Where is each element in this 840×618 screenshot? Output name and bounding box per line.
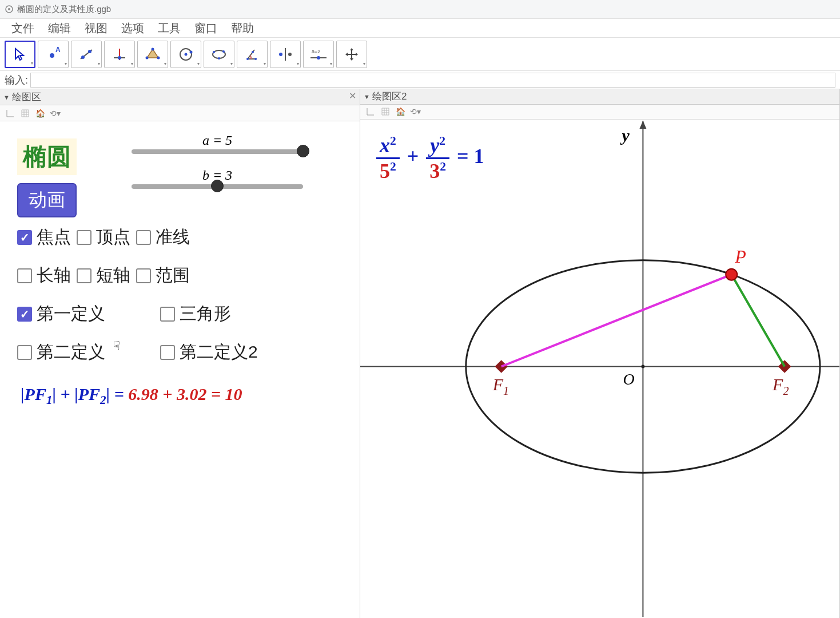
app-icon: [5, 5, 14, 14]
svg-point-16: [190, 50, 193, 53]
slider-b-thumb[interactable]: [211, 180, 224, 192]
svg-point-26: [288, 53, 292, 56]
grid-icon[interactable]: [380, 106, 391, 117]
svg-point-12: [157, 56, 160, 59]
panel-graphics-body[interactable]: 椭圆 动画 a = 5 b = 3 焦点 顶点 准线: [0, 121, 360, 618]
panel-graphics2-body[interactable]: x252 + y232 = 1: [360, 120, 839, 618]
slider-a-thumb[interactable]: [297, 145, 309, 157]
label-y: y: [620, 126, 630, 145]
svg-point-11: [152, 47, 154, 50]
panel-graphics2-title: 绘图区2: [372, 90, 407, 103]
checkbox-directrix[interactable]: 准线: [136, 225, 190, 249]
svg-point-13: [146, 56, 149, 59]
tool-polygon[interactable]: ▾: [137, 41, 168, 68]
check-icon: [17, 307, 32, 322]
panel-graphics2-subtools: 🏠 ⟲▾: [360, 105, 839, 120]
eq-text: | + |PF: [52, 385, 100, 403]
checkbox-def2[interactable]: 第二定义: [17, 340, 132, 364]
ellipse-plot[interactable]: y O F1 F2 P: [360, 120, 839, 618]
panel-graphics-title: 绘图区: [12, 90, 41, 104]
tool-circle[interactable]: ▾: [170, 41, 201, 68]
eq-sum: 10: [225, 385, 242, 403]
tool-perpendicular[interactable]: ▾: [104, 41, 135, 68]
panel-graphics-subtools: 🏠 ⟲▾: [0, 105, 360, 121]
collapse-icon[interactable]: ▼: [364, 93, 370, 100]
svg-point-20: [218, 57, 220, 60]
axes-icon[interactable]: [365, 106, 376, 117]
home-icon[interactable]: 🏠: [395, 106, 406, 117]
tool-move[interactable]: ▾: [5, 41, 35, 68]
checkbox-def2b[interactable]: 第二定义2: [160, 340, 258, 364]
svg-point-1: [8, 8, 10, 10]
segment-pf2: [731, 275, 785, 367]
slider-a-label: a = 5: [132, 133, 303, 148]
animate-button[interactable]: 动画: [17, 183, 77, 217]
slider-a-track[interactable]: [132, 149, 303, 154]
den-b: 3: [429, 160, 440, 183]
checkbox-major-axis[interactable]: 长轴: [17, 264, 71, 287]
tool-line[interactable]: ▾: [71, 41, 102, 68]
workspace: ▼ 绘图区 ✕ 🏠 ⟲▾ 椭圆 动画 a = 5 b = 3: [0, 89, 840, 618]
eq-d2: 3.02: [177, 385, 207, 403]
svg-point-6: [88, 50, 91, 53]
point-p[interactable]: [726, 269, 737, 280]
checkbox-range[interactable]: 范围: [136, 264, 190, 287]
check-icon: [17, 268, 32, 283]
exp: 2: [390, 160, 396, 173]
menu-options[interactable]: 选项: [114, 21, 151, 36]
origin: [641, 365, 644, 369]
checkbox-def1[interactable]: 第一定义: [17, 302, 132, 326]
check-icon: [136, 230, 151, 245]
panel-graphics2: ▼ 绘图区2 🏠 ⟲▾ x252 + y232 = 1: [360, 89, 840, 618]
slider-b[interactable]: b = 3: [132, 168, 303, 189]
tool-reflect[interactable]: ▾: [270, 41, 301, 68]
checkbox-label: 顶点: [96, 225, 130, 249]
svg-point-15: [185, 53, 188, 56]
menu-help[interactable]: 帮助: [224, 21, 261, 36]
var-y: y: [430, 134, 439, 157]
axes-icon[interactable]: [5, 108, 16, 119]
tool-move-view[interactable]: ▾: [336, 41, 367, 68]
slider-a[interactable]: a = 5: [132, 133, 303, 154]
grid-icon[interactable]: [19, 108, 31, 119]
settings-dd-icon[interactable]: ⟲▾: [49, 108, 61, 119]
checkbox-label: 第二定义: [37, 340, 105, 364]
checkbox-foci[interactable]: 焦点: [17, 225, 71, 249]
check-icon: [17, 345, 32, 360]
svg-text:A: A: [55, 46, 61, 54]
home-icon[interactable]: 🏠: [34, 108, 46, 119]
svg-point-5: [81, 56, 85, 59]
menu-file[interactable]: 文件: [5, 21, 41, 36]
checkbox-label: 短轴: [96, 264, 130, 287]
input-label: 输入:: [5, 73, 28, 87]
menu-edit[interactable]: 编辑: [41, 21, 78, 36]
menu-tools[interactable]: 工具: [151, 21, 188, 36]
checkbox-minor-axis[interactable]: 短轴: [77, 264, 130, 287]
checkboxes: 焦点 顶点 准线 长轴 短轴 范围 第一定义 三角形 第二定义 第二定义2: [17, 225, 314, 379]
focus-f2[interactable]: [778, 360, 791, 373]
collapse-icon[interactable]: ▼: [3, 94, 10, 101]
menu-window[interactable]: 窗口: [188, 21, 224, 36]
check-icon: [77, 268, 91, 283]
close-icon[interactable]: ✕: [349, 90, 356, 101]
slider-b-track[interactable]: [132, 184, 303, 189]
den-a: 5: [380, 160, 390, 183]
tool-point[interactable]: A▾: [38, 41, 69, 68]
input-field[interactable]: [30, 73, 835, 88]
eq-sub: 1: [46, 393, 53, 407]
label-origin: O: [623, 370, 634, 388]
checkbox-label: 长轴: [37, 264, 71, 287]
menu-view[interactable]: 视图: [78, 21, 114, 36]
tool-angle[interactable]: ▾: [237, 41, 268, 68]
tool-slider[interactable]: a=2▾: [303, 41, 334, 68]
checkbox-vertices[interactable]: 顶点: [77, 225, 130, 249]
checkbox-label: 第二定义2: [180, 340, 258, 364]
settings-dd-icon[interactable]: ⟲▾: [409, 106, 421, 117]
window-title: 椭圆的定义及其性质.ggb: [17, 4, 111, 15]
svg-point-25: [279, 53, 282, 56]
checkbox-label: 焦点: [37, 225, 71, 249]
tool-conic[interactable]: ▾: [204, 41, 234, 68]
rhs: = 1: [457, 145, 484, 168]
checkbox-triangle[interactable]: 三角形: [160, 302, 231, 326]
check-icon: [17, 230, 32, 245]
